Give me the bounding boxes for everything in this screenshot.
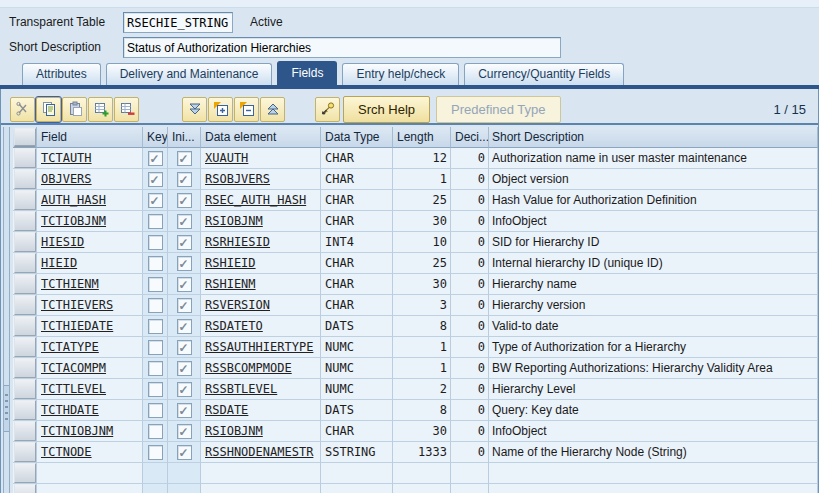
data-element-link[interactable]: RSIOBJNM <box>205 421 263 441</box>
data-element-link[interactable]: RSSAUTHHIERTYPE <box>205 337 313 357</box>
row-selector[interactable] <box>14 190 36 210</box>
initial-checkbox[interactable] <box>177 445 192 460</box>
tab-delivery-and-maintenance[interactable]: Delivery and Maintenance <box>106 63 273 85</box>
predefined-type-button[interactable]: Predefined Type <box>436 96 560 123</box>
row-selector[interactable] <box>14 211 36 231</box>
collapse-delete-icon[interactable] <box>234 97 259 122</box>
data-element-link[interactable]: RSHIEID <box>205 253 256 273</box>
initial-checkbox[interactable] <box>177 256 192 271</box>
initial-checkbox[interactable] <box>177 235 192 250</box>
row-selector[interactable] <box>14 463 36 483</box>
column-header-deci-[interactable]: Deci... <box>451 127 489 148</box>
column-header-key[interactable]: Key <box>143 127 168 148</box>
column-header-field[interactable]: Field <box>37 127 143 148</box>
row-selector[interactable] <box>14 295 36 315</box>
key-checkbox[interactable] <box>148 424 163 439</box>
column-header-ini-[interactable]: Ini... <box>168 127 201 148</box>
field-link[interactable]: TCTAUTH <box>41 148 92 168</box>
data-element-link[interactable]: RSEC_AUTH_HASH <box>205 190 306 210</box>
data-element-link[interactable]: RSSHNODENAMESTR <box>205 442 313 462</box>
field-link[interactable]: TCTNIOBJNM <box>41 421 113 441</box>
key-checkbox[interactable] <box>148 151 163 166</box>
table-name-input[interactable] <box>123 12 233 33</box>
field-link[interactable]: TCTACOMPM <box>41 358 106 378</box>
initial-checkbox[interactable] <box>177 382 192 397</box>
initial-checkbox[interactable] <box>177 403 192 418</box>
tab-fields[interactable]: Fields <box>277 61 337 85</box>
vertical-scrollbar[interactable] <box>3 127 10 493</box>
field-link[interactable]: TCTNODE <box>41 442 92 462</box>
data-element-link[interactable]: RSIOBJNM <box>205 211 263 231</box>
column-header-short-description[interactable]: Short Description <box>489 127 818 148</box>
data-element-link[interactable]: RSHIENM <box>205 274 256 294</box>
initial-checkbox[interactable] <box>177 151 192 166</box>
tab-attributes[interactable]: Attributes <box>22 63 101 85</box>
field-link[interactable]: HIESID <box>41 232 84 252</box>
field-link[interactable]: AUTH_HASH <box>41 190 106 210</box>
key-checkbox[interactable] <box>148 256 163 271</box>
paste-icon[interactable] <box>62 97 87 122</box>
row-selector[interactable] <box>14 274 36 294</box>
key-checkbox[interactable] <box>148 298 163 313</box>
initial-checkbox[interactable] <box>177 319 192 334</box>
initial-checkbox[interactable] <box>177 277 192 292</box>
data-element-link[interactable]: RSSBTLEVEL <box>205 379 277 399</box>
data-element-link[interactable]: RSDATE <box>205 400 248 420</box>
field-link[interactable]: TCTTLEVEL <box>41 379 106 399</box>
search-help-key-icon[interactable] <box>315 97 340 122</box>
data-element-link[interactable]: RSOBJVERS <box>205 169 270 189</box>
key-checkbox[interactable] <box>148 340 163 355</box>
row-selector[interactable] <box>14 337 36 357</box>
row-selector[interactable] <box>14 442 36 462</box>
key-checkbox[interactable] <box>148 382 163 397</box>
tab-entry-help-check[interactable]: Entry help/check <box>342 63 459 85</box>
row-selector[interactable] <box>14 316 36 336</box>
expand-insert-icon[interactable] <box>208 97 233 122</box>
key-checkbox[interactable] <box>148 445 163 460</box>
key-checkbox[interactable] <box>148 193 163 208</box>
field-link[interactable]: HIEID <box>41 253 77 273</box>
initial-checkbox[interactable] <box>177 172 192 187</box>
key-checkbox[interactable] <box>148 214 163 229</box>
initial-checkbox[interactable] <box>177 298 192 313</box>
field-link[interactable]: TCTATYPE <box>41 337 99 357</box>
row-selector[interactable] <box>14 484 36 493</box>
copy-icon[interactable] <box>36 97 61 122</box>
data-element-link[interactable]: RSVERSION <box>205 295 270 315</box>
initial-checkbox[interactable] <box>177 361 192 376</box>
key-checkbox[interactable] <box>148 235 163 250</box>
row-selector[interactable] <box>14 358 36 378</box>
delete-row-icon[interactable] <box>114 97 139 122</box>
field-link[interactable]: TCTHDATE <box>41 400 99 420</box>
row-selector[interactable] <box>14 421 36 441</box>
data-element-link[interactable]: RSSBCOMPMODE <box>205 358 292 378</box>
column-header-data-element[interactable]: Data element <box>201 127 321 148</box>
tab-currency-quantity-fields[interactable]: Currency/Quantity Fields <box>464 63 624 85</box>
key-checkbox[interactable] <box>148 277 163 292</box>
row-selector[interactable] <box>14 169 36 189</box>
initial-checkbox[interactable] <box>177 193 192 208</box>
column-header-length[interactable]: Length <box>393 127 451 148</box>
initial-checkbox[interactable] <box>177 424 192 439</box>
row-selector[interactable] <box>14 379 36 399</box>
field-link[interactable]: TCTHIEDATE <box>41 316 113 336</box>
select-all-header[interactable] <box>13 127 37 148</box>
field-link[interactable]: TCTHIEVERS <box>41 295 113 315</box>
field-link[interactable]: TCTHIENM <box>41 274 99 294</box>
cut-icon[interactable] <box>10 97 35 122</box>
short-description-input[interactable] <box>123 37 561 58</box>
initial-checkbox[interactable] <box>177 340 192 355</box>
key-checkbox[interactable] <box>148 361 163 376</box>
field-link[interactable]: OBJVERS <box>41 169 92 189</box>
row-selector[interactable] <box>14 232 36 252</box>
select-all-button[interactable] <box>14 128 36 146</box>
page-down-icon[interactable] <box>182 97 207 122</box>
key-checkbox[interactable] <box>148 172 163 187</box>
key-checkbox[interactable] <box>148 319 163 334</box>
data-element-link[interactable]: XUAUTH <box>205 148 248 168</box>
insert-row-icon[interactable] <box>88 97 113 122</box>
srch-help-button[interactable]: Srch Help <box>343 96 430 123</box>
row-selector[interactable] <box>14 253 36 273</box>
column-header-data-type[interactable]: Data Type <box>321 127 393 148</box>
data-element-link[interactable]: RSRHIESID <box>205 232 270 252</box>
